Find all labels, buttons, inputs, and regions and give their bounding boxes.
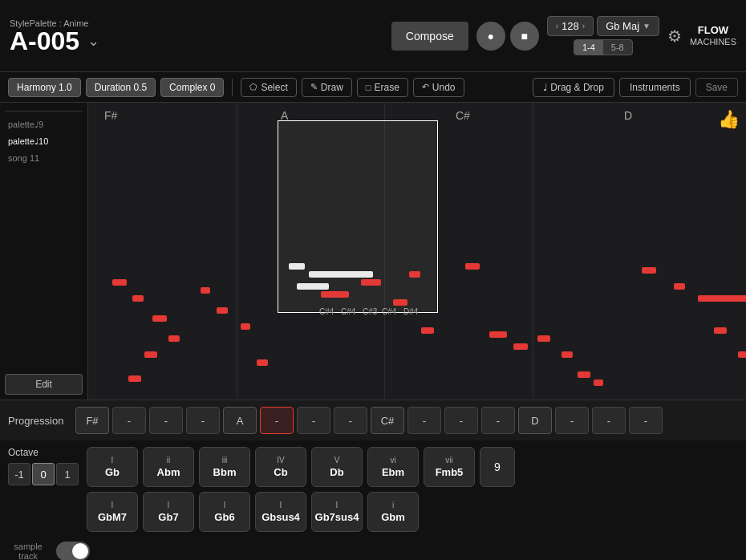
tempo-left-arrow[interactable]: ‹ — [556, 22, 558, 30]
measure-btn-1-4[interactable]: 1-4 — [574, 40, 603, 55]
chord-label-d: D — [624, 109, 632, 122]
chord-btn-ebm[interactable]: vi Ebm — [367, 447, 419, 487]
main-area: palette♩9 palette♩10 song 11 Edit F# A C… — [0, 103, 746, 400]
progression-row: Progression F# - - - A - - - C# - - - D … — [0, 400, 746, 440]
undo-button[interactable]: ↶ Undo — [413, 78, 464, 97]
drag-drop-button[interactable]: ♩ Drag & Drop — [533, 78, 614, 97]
prog-cell-csharp[interactable]: C# — [371, 407, 404, 434]
note — [562, 351, 573, 358]
prog-cell-11[interactable]: - — [444, 407, 478, 434]
chord-numeral-4: IV — [277, 456, 284, 465]
select-label: Select — [261, 82, 287, 93]
note — [128, 375, 141, 382]
note-label-2: C#4 — [341, 307, 355, 316]
chord-btn-abm[interactable]: ii Abm — [143, 447, 194, 487]
chord-numeral-r2-5: I — [336, 501, 339, 509]
note — [168, 335, 180, 342]
chord-name-gb: Gb — [105, 466, 120, 478]
prog-cell-15[interactable]: - — [592, 407, 626, 434]
prog-cell-8[interactable]: - — [334, 407, 367, 434]
erase-icon: □ — [366, 83, 371, 92]
progression-label: Progression — [8, 415, 72, 427]
prog-cell-7[interactable]: - — [297, 407, 330, 434]
chord-btn-gbsus4[interactable]: I Gbsus4 — [255, 492, 306, 532]
chord-numeral-1: I — [111, 456, 114, 465]
save-button[interactable]: Save — [695, 78, 738, 97]
note — [537, 335, 550, 342]
sample-track-toggle[interactable] — [56, 542, 90, 560]
chord-btn-db[interactable]: V Db — [311, 447, 363, 487]
prog-cell-14[interactable]: - — [555, 407, 589, 434]
edit-button[interactable]: Edit — [5, 374, 83, 395]
undo-icon: ↶ — [422, 82, 429, 92]
chord-btn-9[interactable]: 9 — [480, 447, 515, 487]
harmony-button[interactable]: Harmony 1.0 — [8, 78, 81, 97]
chord-btn-bbm[interactable]: iii Bbm — [199, 447, 250, 487]
note — [489, 331, 507, 338]
prog-cell-12[interactable]: - — [481, 407, 515, 434]
chord-numeral-r2-3: I — [224, 501, 226, 509]
key-box[interactable]: Gb Maj ▼ — [597, 16, 659, 36]
chord-numeral-2: ii — [167, 456, 170, 465]
note-selected — [297, 283, 329, 290]
toggle-knob — [72, 543, 88, 559]
title-dropdown-arrow[interactable]: ⌄ — [87, 32, 99, 50]
song-title: A-005 — [10, 28, 79, 54]
chord-label-csharp: C# — [456, 109, 470, 122]
play-button[interactable]: ● — [476, 22, 505, 51]
chord-btn-gb7[interactable]: I Gb7 — [143, 492, 194, 532]
compose-button[interactable]: Compose — [391, 22, 468, 51]
octave-btn-0[interactable]: 0 — [32, 463, 55, 485]
chord-btn-gb6[interactable]: I Gb6 — [199, 492, 250, 532]
chord-btn-gbm7[interactable]: I GbM7 — [87, 492, 138, 532]
chord-btn-cb[interactable]: IV Cb — [255, 447, 306, 487]
sidebar-item-song-11[interactable]: song 11 — [5, 152, 83, 164]
prog-cell-fsharp[interactable]: F# — [75, 407, 109, 434]
complex-button[interactable]: Complex 0 — [160, 78, 224, 97]
chord-name-abm: Abm — [157, 466, 180, 478]
tempo-box[interactable]: ‹ 128 › — [547, 16, 594, 36]
chord-name-fmb5: Fmb5 — [436, 466, 464, 478]
prog-cell-active[interactable]: - — [260, 407, 294, 434]
piano-roll-canvas: F# A C# D 👍 C#4 C#4 C#3 C#4 D#4 — [88, 103, 746, 400]
octave-btn-minus1[interactable]: -1 — [8, 463, 30, 485]
draw-button[interactable]: ✎ Draw — [302, 78, 352, 97]
key-value: Gb Maj — [606, 20, 639, 32]
sidebar-item-palette-9[interactable]: palette♩9 — [5, 118, 83, 132]
sidebar-item-palette-10[interactable]: palette♩10 — [5, 135, 83, 148]
prog-cell-4[interactable]: - — [186, 407, 220, 434]
chord-btn-gb7sus4[interactable]: I Gb7sus4 — [311, 492, 363, 532]
prog-cell-10[interactable]: - — [407, 407, 441, 434]
chord-numeral-7: vii — [445, 456, 452, 465]
gear-icon[interactable]: ⚙ — [667, 26, 682, 46]
select-button[interactable]: ⬠ Select — [241, 78, 296, 97]
piano-roll[interactable]: F# A C# D 👍 C#4 C#4 C#3 C#4 D#4 — [88, 103, 746, 400]
instruments-button[interactable]: Instruments — [619, 78, 691, 97]
sample-track-row: sampletrack — [0, 538, 746, 560]
note-label-4: C#4 — [382, 307, 396, 316]
prog-cell-a[interactable]: A — [223, 407, 257, 434]
duration-button[interactable]: Duration 0.5 — [86, 78, 156, 97]
erase-button[interactable]: □ Erase — [357, 78, 408, 97]
prog-cell-3[interactable]: - — [149, 407, 183, 434]
chord-btn-gb[interactable]: I Gb — [87, 447, 138, 487]
note — [578, 371, 590, 378]
prog-cell-d[interactable]: D — [518, 407, 552, 434]
note — [112, 279, 127, 286]
measure-btn-5-8[interactable]: 5-8 — [603, 40, 632, 55]
chord-numeral-6: vi — [390, 456, 395, 465]
undo-label: Undo — [432, 82, 456, 93]
prog-cell-16[interactable]: - — [629, 407, 663, 434]
chord-name-gb6: Gb6 — [214, 511, 234, 523]
chord-btn-fmb5[interactable]: vii Fmb5 — [424, 447, 475, 487]
tempo-right-arrow[interactable]: › — [582, 22, 585, 30]
chord-name-cb: Cb — [274, 466, 287, 478]
note — [321, 291, 349, 298]
note — [594, 379, 603, 386]
prog-cell-2[interactable]: - — [112, 407, 146, 434]
chord-name-ebm: Ebm — [382, 466, 404, 478]
stop-button[interactable]: ■ — [510, 22, 539, 51]
octave-btn-plus1[interactable]: 1 — [56, 463, 79, 485]
chord-btn-gbm[interactable]: i Gbm — [367, 492, 419, 532]
note — [698, 295, 746, 302]
